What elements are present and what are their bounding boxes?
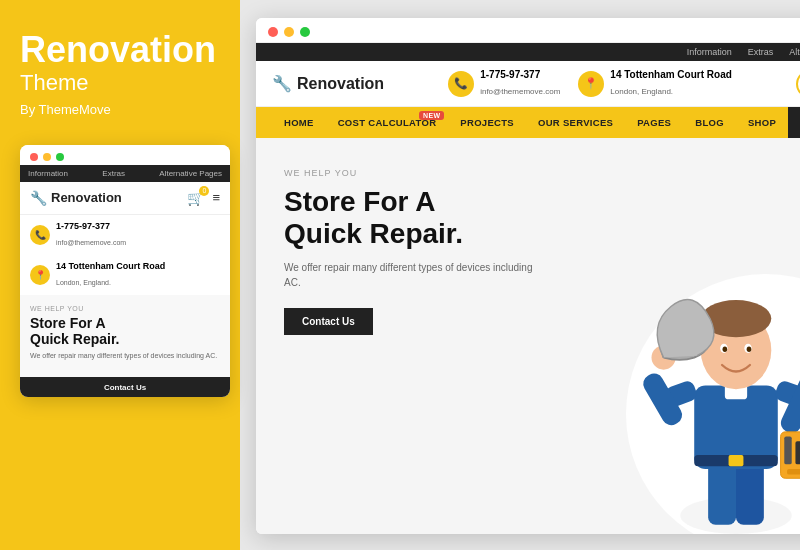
mobile-address-info: 14 Tottenham Court Road London, England. bbox=[56, 261, 165, 289]
desktop-dot-red bbox=[268, 27, 278, 37]
brand-title: Renovation bbox=[20, 30, 220, 70]
wrench-icon: 🔧 bbox=[30, 190, 47, 206]
mobile-topbar-alt[interactable]: Alternative Pages bbox=[159, 169, 222, 178]
nav-blog[interactable]: BLOG bbox=[683, 107, 736, 138]
menu-icon[interactable]: ≡ bbox=[212, 190, 220, 205]
desktop-wrench-icon: 🔧 bbox=[272, 74, 292, 93]
desktop-phone-item: 📞 1-775-97-377 info@thememove.com bbox=[448, 69, 560, 98]
svg-rect-1 bbox=[708, 460, 736, 525]
mobile-logo-text: Renovation bbox=[51, 190, 122, 205]
brand-byline: By ThemeMove bbox=[20, 102, 220, 117]
mobile-cta-bar[interactable]: Contact Us bbox=[20, 377, 230, 397]
dot-green bbox=[56, 153, 64, 161]
hero-image-area bbox=[566, 138, 800, 534]
mobile-dots bbox=[20, 145, 230, 165]
desktop-logo: 🔧 Renovation bbox=[272, 74, 384, 93]
svg-point-16 bbox=[747, 346, 752, 352]
desktop-hero: WE HELP YOU Store For A Quick Repair. We… bbox=[256, 138, 800, 534]
mobile-hero: WE HELP YOU Store For A Quick Repair. We… bbox=[20, 295, 230, 378]
nav-shop[interactable]: SHOP bbox=[736, 107, 788, 138]
desktop-dots bbox=[256, 18, 800, 43]
nav-our-services[interactable]: OUR SERVICES bbox=[526, 107, 625, 138]
dot-red bbox=[30, 153, 38, 161]
desktop-contacts: 📞 1-775-97-377 info@thememove.com 📍 14 T… bbox=[448, 69, 732, 98]
desktop-phone-icon: 📞 bbox=[448, 71, 474, 97]
left-panel: Renovation Theme By ThemeMove Informatio… bbox=[0, 0, 240, 550]
desktop-mockup: Information Extras Alternative Pages 🔧 R… bbox=[256, 18, 800, 534]
topnav-information[interactable]: Information bbox=[687, 47, 732, 57]
nav-home[interactable]: HOME bbox=[272, 107, 326, 138]
nav-new-badge: NEW bbox=[419, 111, 444, 120]
svg-rect-18 bbox=[784, 437, 791, 465]
desktop-address-item: 📍 14 Tottenham Court Road London, Englan… bbox=[578, 69, 731, 98]
mobile-headline: Store For A Quick Repair. bbox=[30, 315, 220, 349]
svg-rect-20 bbox=[787, 469, 800, 475]
mobile-cta-label: Contact Us bbox=[104, 383, 146, 392]
desktop-address-info: 14 Tottenham Court Road London, England. bbox=[610, 69, 731, 98]
desktop-dot-green bbox=[300, 27, 310, 37]
topnav-alt-pages[interactable]: Alternative Pages bbox=[789, 47, 800, 57]
worker-illustration bbox=[616, 274, 800, 534]
mobile-header-icons: 🛒0 ≡ bbox=[187, 190, 220, 206]
hero-cta-button[interactable]: Contact Us bbox=[284, 308, 373, 335]
cart-badge-count: 0 bbox=[199, 186, 209, 196]
hero-eyebrow: WE HELP YOU bbox=[284, 168, 538, 178]
right-panel: Information Extras Alternative Pages 🔧 R… bbox=[240, 0, 800, 550]
mobile-logo: 🔧 Renovation bbox=[30, 190, 122, 206]
desktop-location-icon: 📍 bbox=[578, 71, 604, 97]
svg-point-15 bbox=[722, 346, 727, 352]
mobile-topbar: Information Extras Alternative Pages bbox=[20, 165, 230, 182]
brand-subtitle: Theme bbox=[20, 70, 220, 96]
nav-contact[interactable]: CONTACT bbox=[788, 107, 800, 138]
mobile-phone-info: 1-775-97-377 info@thememove.com bbox=[56, 221, 126, 249]
desktop-phone-info: 1-775-97-377 info@thememove.com bbox=[480, 69, 560, 98]
nav-cost-calculator[interactable]: COST CALCULATOR NEW bbox=[326, 107, 449, 138]
hero-subtext: We offer repair many different types of … bbox=[284, 260, 538, 290]
desktop-header: 🔧 Renovation 📞 1-775-97-377 info@thememo… bbox=[256, 61, 800, 107]
phone-icon-sm: 📞 bbox=[30, 225, 50, 245]
svg-rect-2 bbox=[736, 460, 764, 525]
mobile-phone-row: 📞 1-775-97-377 info@thememove.com bbox=[20, 215, 230, 255]
desktop-mainnav: HOME COST CALCULATOR NEW PROJECTS OUR SE… bbox=[256, 107, 800, 138]
mobile-body-text: We offer repair many different types of … bbox=[30, 352, 220, 359]
topnav-extras[interactable]: Extras bbox=[748, 47, 774, 57]
desktop-topnav: Information Extras Alternative Pages bbox=[256, 43, 800, 61]
nav-projects[interactable]: PROJECTS bbox=[448, 107, 526, 138]
header-actions: 🔍 🛒0 bbox=[796, 70, 800, 98]
svg-rect-22 bbox=[728, 455, 743, 466]
location-icon-sm: 📍 bbox=[30, 265, 50, 285]
mobile-cart-icon[interactable]: 🛒0 bbox=[187, 190, 204, 206]
svg-rect-19 bbox=[795, 441, 800, 464]
desktop-search-button[interactable]: 🔍 bbox=[796, 70, 800, 98]
desktop-dot-yellow bbox=[284, 27, 294, 37]
hero-headline: Store For A Quick Repair. bbox=[284, 186, 538, 250]
mobile-topbar-info[interactable]: Information bbox=[28, 169, 68, 178]
mobile-header: 🔧 Renovation 🛒0 ≡ bbox=[20, 182, 230, 215]
mobile-topbar-extras[interactable]: Extras bbox=[102, 169, 125, 178]
mobile-preview-card: Information Extras Alternative Pages 🔧 R… bbox=[20, 145, 230, 398]
mobile-address-row: 📍 14 Tottenham Court Road London, Englan… bbox=[20, 255, 230, 295]
mobile-eyebrow: WE HELP YOU bbox=[30, 305, 220, 312]
desktop-logo-text: Renovation bbox=[297, 75, 384, 93]
hero-content: WE HELP YOU Store For A Quick Repair. We… bbox=[256, 138, 566, 534]
nav-pages[interactable]: PAGES bbox=[625, 107, 683, 138]
dot-yellow bbox=[43, 153, 51, 161]
